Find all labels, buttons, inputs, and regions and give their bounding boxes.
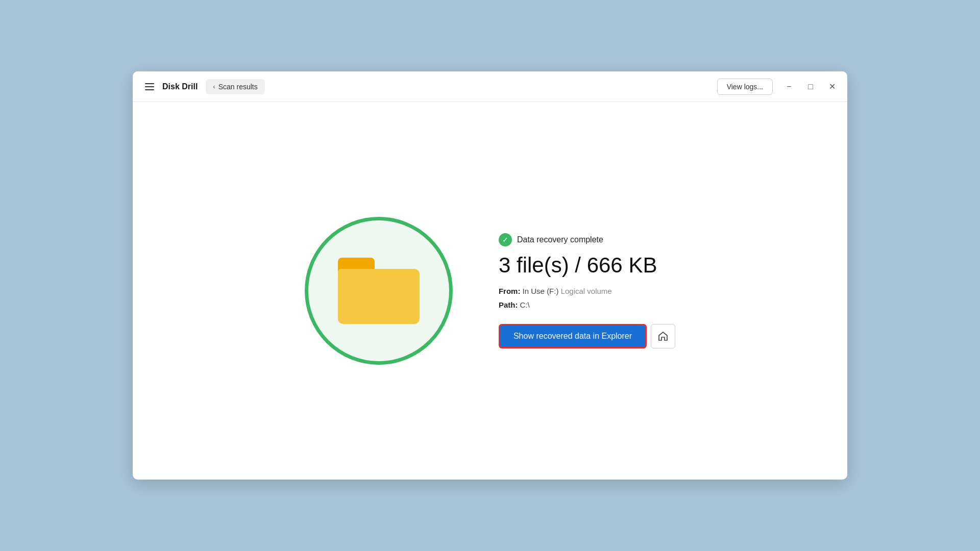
home-icon (657, 331, 669, 342)
main-content: ✓ Data recovery complete 3 file(s) / 666… (133, 102, 847, 480)
recovery-meta: From: In Use (F:) Logical volume Path: C… (499, 284, 675, 312)
folder-body (338, 269, 420, 324)
hamburger-menu-button[interactable] (141, 80, 158, 93)
recovery-size: 3 file(s) / 666 KB (499, 254, 675, 277)
info-panel: ✓ Data recovery complete 3 file(s) / 666… (499, 233, 675, 348)
from-volume-text: Logical volume (561, 287, 612, 295)
home-button[interactable] (651, 324, 675, 348)
minimize-button[interactable]: − (782, 80, 796, 94)
titlebar: Disk Drill ‹ Scan results View logs... −… (133, 71, 847, 102)
close-button[interactable]: ✕ (825, 80, 839, 94)
recovery-status: ✓ Data recovery complete (499, 233, 675, 246)
back-button-label: Scan results (218, 83, 258, 91)
app-window: Disk Drill ‹ Scan results View logs... −… (133, 71, 847, 480)
chevron-left-icon: ‹ (213, 83, 215, 90)
from-line: From: In Use (F:) Logical volume (499, 284, 675, 298)
window-controls: − □ ✕ (782, 80, 839, 94)
app-title: Disk Drill (162, 82, 198, 91)
maximize-button[interactable]: □ (803, 80, 818, 94)
path-line: Path: C:\ (499, 298, 675, 312)
path-value-text: C:\ (520, 300, 530, 309)
show-recovered-data-button[interactable]: Show recovered data in Explorer (499, 324, 647, 348)
status-text: Data recovery complete (517, 235, 603, 244)
view-logs-button[interactable]: View logs... (717, 79, 773, 95)
folder-circle-illustration (305, 217, 453, 365)
back-button[interactable]: ‹ Scan results (206, 79, 264, 94)
check-icon: ✓ (499, 233, 512, 246)
from-label: From: (499, 287, 521, 295)
path-label: Path: (499, 300, 518, 309)
actions-bar: Show recovered data in Explorer (499, 324, 675, 348)
from-value-text: In Use (F:) (523, 287, 559, 295)
folder-icon (338, 258, 420, 324)
